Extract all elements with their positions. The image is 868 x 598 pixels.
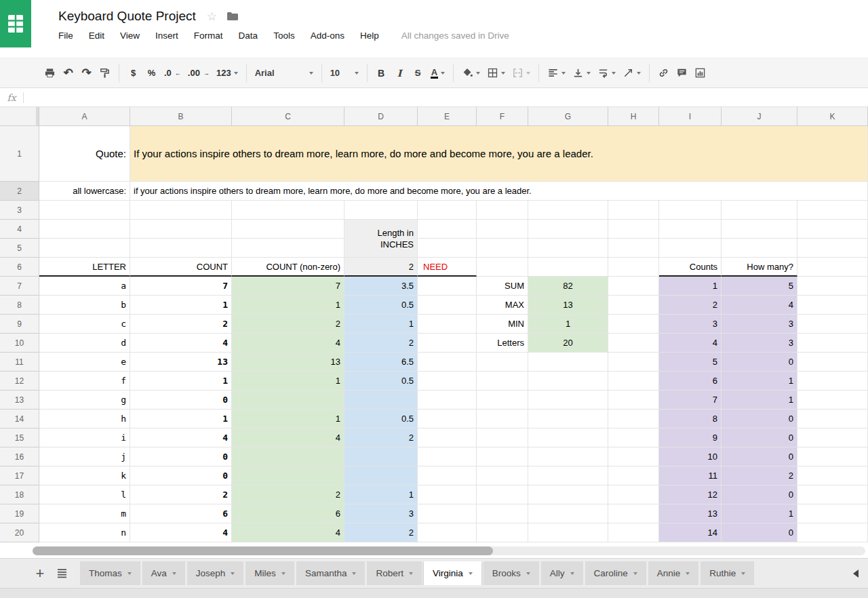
fill-color-button[interactable] xyxy=(458,64,484,83)
cell-I9[interactable]: 3 xyxy=(659,315,722,334)
cell-J8[interactable]: 4 xyxy=(722,296,797,315)
cell-G15[interactable] xyxy=(528,428,608,447)
format-currency-button[interactable]: $ xyxy=(124,64,142,83)
cell-B15[interactable]: 4 xyxy=(130,428,232,447)
bold-button[interactable]: B xyxy=(372,64,391,83)
cell-D13[interactable] xyxy=(344,391,418,410)
cell-J3[interactable] xyxy=(722,201,797,220)
italic-button[interactable]: I xyxy=(391,64,409,83)
cell-A12[interactable]: f xyxy=(39,372,130,391)
redo-button[interactable]: ↷ xyxy=(77,64,96,83)
row-header-10[interactable]: 10 xyxy=(0,334,39,353)
cell-I10[interactable]: 4 xyxy=(659,334,722,353)
cell-K20[interactable] xyxy=(797,523,868,542)
cell-E8[interactable] xyxy=(418,296,477,315)
col-header-C[interactable]: C xyxy=(232,107,344,126)
cell-I20[interactable]: 14 xyxy=(659,523,722,542)
cell-J16[interactable]: 0 xyxy=(722,447,797,466)
cell-D18[interactable]: 1 xyxy=(344,485,418,504)
tab-menu-caret-icon[interactable] xyxy=(409,572,413,575)
cell-D9[interactable]: 1 xyxy=(344,315,418,334)
cell-B4[interactable] xyxy=(130,220,232,239)
cell-J10[interactable]: 3 xyxy=(722,334,797,353)
cell-E18[interactable] xyxy=(418,485,477,504)
cell-K3[interactable] xyxy=(797,201,868,220)
row-header-16[interactable]: 16 xyxy=(0,447,39,466)
cell-H3[interactable] xyxy=(608,201,659,220)
col-header-D[interactable]: D xyxy=(344,107,418,126)
cell-E12[interactable] xyxy=(418,372,477,391)
col-header-F[interactable]: F xyxy=(477,107,528,126)
all-sheets-button[interactable] xyxy=(50,568,73,578)
cell-H12[interactable] xyxy=(608,372,659,391)
menu-item-edit[interactable]: Edit xyxy=(89,31,104,41)
cell-C5[interactable] xyxy=(232,239,344,258)
cell-J13[interactable]: 1 xyxy=(722,391,797,410)
cell-H18[interactable] xyxy=(608,485,659,504)
cell-D11[interactable]: 6.5 xyxy=(344,353,418,372)
scrollbar-thumb[interactable] xyxy=(33,546,493,555)
cell-K6[interactable] xyxy=(797,258,868,277)
sheet-tab-annie[interactable]: Annie xyxy=(648,561,699,585)
cell-B14[interactable]: 1 xyxy=(130,410,232,428)
cell-I17[interactable]: 11 xyxy=(659,466,722,485)
cell-A4[interactable] xyxy=(39,220,130,239)
cell-J9[interactable]: 3 xyxy=(722,315,797,334)
cell-K9[interactable] xyxy=(797,315,868,334)
document-title[interactable]: Keyboard Quote Project xyxy=(58,9,196,24)
cell-C20[interactable]: 4 xyxy=(232,523,344,542)
col-header-H[interactable]: H xyxy=(608,107,659,126)
tab-menu-caret-icon[interactable] xyxy=(570,572,574,575)
cell-F11[interactable] xyxy=(477,353,528,372)
row-header-19[interactable]: 19 xyxy=(0,504,39,523)
insert-comment-button[interactable] xyxy=(673,64,691,83)
cell-A19[interactable]: m xyxy=(39,504,130,523)
cell-K15[interactable] xyxy=(797,428,868,447)
cell-H9[interactable] xyxy=(608,315,659,334)
cell-G16[interactable] xyxy=(528,447,608,466)
cell-K4[interactable] xyxy=(797,220,868,239)
cell-H8[interactable] xyxy=(608,296,659,315)
cell-F5[interactable] xyxy=(477,239,528,258)
cell-B8[interactable]: 1 xyxy=(130,296,232,315)
cell-B19[interactable]: 6 xyxy=(130,504,232,523)
tab-menu-caret-icon[interactable] xyxy=(469,572,473,575)
row-header-11[interactable]: 11 xyxy=(0,353,39,372)
cell-E9[interactable] xyxy=(418,315,477,334)
cell-E3[interactable] xyxy=(418,201,477,220)
cell-G11[interactable] xyxy=(528,353,608,372)
cell-F9[interactable]: MIN xyxy=(477,315,528,334)
row-header-15[interactable]: 15 xyxy=(0,428,39,447)
cell-G17[interactable] xyxy=(528,466,608,485)
row-header-9[interactable]: 9 xyxy=(0,315,39,334)
cell-A3[interactable] xyxy=(39,201,130,220)
cell-H4[interactable] xyxy=(608,220,659,239)
cell-C6[interactable]: COUNT (non-zero) xyxy=(232,258,344,277)
sheet-tab-thomas[interactable]: Thomas xyxy=(80,561,140,585)
cell-C8[interactable]: 1 xyxy=(232,296,344,315)
vertical-align-button[interactable] xyxy=(569,64,594,83)
cell-B9[interactable]: 2 xyxy=(130,315,232,334)
sheets-logo-icon[interactable] xyxy=(0,0,31,47)
font-size-select[interactable]: 10 xyxy=(327,64,362,83)
cell-A6[interactable]: LETTER xyxy=(39,258,130,277)
cell-D16[interactable] xyxy=(344,447,418,466)
cell-F13[interactable] xyxy=(477,391,528,410)
cell-J18[interactable]: 0 xyxy=(722,485,797,504)
cell-F18[interactable] xyxy=(477,485,528,504)
cell-J20[interactable]: 0 xyxy=(722,523,797,542)
cell-D12[interactable]: 0.5 xyxy=(344,372,418,391)
row-header-5[interactable]: 5 xyxy=(0,239,39,258)
cell-E19[interactable] xyxy=(418,504,477,523)
cell-H16[interactable] xyxy=(608,447,659,466)
cell-B1[interactable]: If your actions inspire others to dream … xyxy=(130,126,868,182)
row-header-20[interactable]: 20 xyxy=(0,523,39,542)
sheet-tab-caroline[interactable]: Caroline xyxy=(585,561,646,585)
cell-A10[interactable]: d xyxy=(39,334,130,353)
cell-H14[interactable] xyxy=(608,410,659,428)
cell-K13[interactable] xyxy=(797,391,868,410)
tab-menu-caret-icon[interactable] xyxy=(352,572,356,575)
cell-G14[interactable] xyxy=(528,410,608,428)
cell-J11[interactable]: 0 xyxy=(722,353,797,372)
cell-I13[interactable]: 7 xyxy=(659,391,722,410)
